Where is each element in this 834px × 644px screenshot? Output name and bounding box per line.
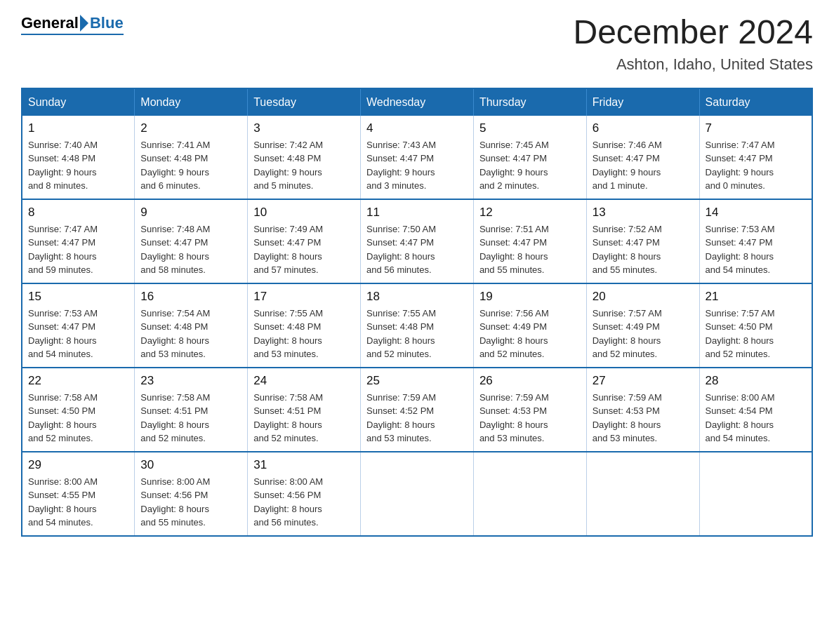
calendar-cell: 16Sunrise: 7:54 AMSunset: 4:48 PMDayligh… xyxy=(135,283,248,368)
header-saturday: Saturday xyxy=(699,88,812,116)
day-number: 10 xyxy=(253,206,355,220)
day-number: 11 xyxy=(366,206,468,220)
day-info: Sunrise: 7:55 AMSunset: 4:48 PMDaylight:… xyxy=(253,307,355,361)
calendar-cell xyxy=(473,452,586,536)
calendar-cell: 11Sunrise: 7:50 AMSunset: 4:47 PMDayligh… xyxy=(361,199,474,283)
day-number: 21 xyxy=(706,290,806,304)
day-info: Sunrise: 7:47 AMSunset: 4:47 PMDaylight:… xyxy=(706,138,806,193)
header-friday: Friday xyxy=(586,88,699,116)
calendar-cell: 3Sunrise: 7:42 AMSunset: 4:48 PMDaylight… xyxy=(248,116,361,199)
day-number: 14 xyxy=(706,206,806,220)
calendar-cell: 2Sunrise: 7:41 AMSunset: 4:48 PMDaylight… xyxy=(135,116,248,199)
day-info: Sunrise: 7:41 AMSunset: 4:48 PMDaylight:… xyxy=(140,138,241,193)
day-info: Sunrise: 7:46 AMSunset: 4:47 PMDaylight:… xyxy=(593,138,694,193)
day-info: Sunrise: 7:53 AMSunset: 4:47 PMDaylight:… xyxy=(28,307,128,361)
calendar-cell xyxy=(361,452,474,536)
calendar-cell: 24Sunrise: 7:58 AMSunset: 4:51 PMDayligh… xyxy=(248,368,361,452)
day-number: 7 xyxy=(706,121,806,135)
calendar-cell: 1Sunrise: 7:40 AMSunset: 4:48 PMDaylight… xyxy=(22,116,135,199)
day-info: Sunrise: 7:49 AMSunset: 4:47 PMDaylight:… xyxy=(253,222,355,277)
calendar-cell: 30Sunrise: 8:00 AMSunset: 4:56 PMDayligh… xyxy=(135,452,248,536)
day-info: Sunrise: 8:00 AMSunset: 4:56 PMDaylight:… xyxy=(253,475,355,530)
day-info: Sunrise: 8:00 AMSunset: 4:54 PMDaylight:… xyxy=(706,391,806,445)
calendar-cell: 17Sunrise: 7:55 AMSunset: 4:48 PMDayligh… xyxy=(248,283,361,368)
week-row-4: 22Sunrise: 7:58 AMSunset: 4:50 PMDayligh… xyxy=(22,368,812,452)
calendar-cell: 10Sunrise: 7:49 AMSunset: 4:47 PMDayligh… xyxy=(248,199,361,283)
day-info: Sunrise: 7:52 AMSunset: 4:47 PMDaylight:… xyxy=(593,222,694,277)
day-info: Sunrise: 7:43 AMSunset: 4:47 PMDaylight:… xyxy=(366,138,468,193)
calendar-cell: 23Sunrise: 7:58 AMSunset: 4:51 PMDayligh… xyxy=(135,368,248,452)
header-monday: Monday xyxy=(135,88,248,116)
day-number: 15 xyxy=(28,290,128,304)
day-number: 23 xyxy=(140,374,241,388)
day-info: Sunrise: 7:50 AMSunset: 4:47 PMDaylight:… xyxy=(366,222,468,277)
day-number: 2 xyxy=(140,121,241,135)
logo: General Blue xyxy=(21,14,124,35)
calendar-cell xyxy=(586,452,699,536)
calendar-cell: 12Sunrise: 7:51 AMSunset: 4:47 PMDayligh… xyxy=(473,199,586,283)
week-row-3: 15Sunrise: 7:53 AMSunset: 4:47 PMDayligh… xyxy=(22,283,812,368)
page-header: General Blue December 2024 Ashton, Idaho… xyxy=(21,14,813,74)
calendar-cell: 14Sunrise: 7:53 AMSunset: 4:47 PMDayligh… xyxy=(699,199,812,283)
day-number: 4 xyxy=(366,121,468,135)
day-info: Sunrise: 8:00 AMSunset: 4:56 PMDaylight:… xyxy=(140,475,241,530)
day-info: Sunrise: 7:48 AMSunset: 4:47 PMDaylight:… xyxy=(140,222,241,277)
day-info: Sunrise: 7:47 AMSunset: 4:47 PMDaylight:… xyxy=(28,222,128,277)
calendar-cell: 13Sunrise: 7:52 AMSunset: 4:47 PMDayligh… xyxy=(586,199,699,283)
calendar-cell: 18Sunrise: 7:55 AMSunset: 4:48 PMDayligh… xyxy=(361,283,474,368)
calendar-cell: 6Sunrise: 7:46 AMSunset: 4:47 PMDaylight… xyxy=(586,116,699,199)
calendar-header: SundayMondayTuesdayWednesdayThursdayFrid… xyxy=(22,88,812,116)
day-number: 6 xyxy=(593,121,694,135)
day-number: 1 xyxy=(28,121,128,135)
day-info: Sunrise: 7:57 AMSunset: 4:49 PMDaylight:… xyxy=(593,307,694,361)
day-number: 3 xyxy=(253,121,355,135)
logo-arrow-icon xyxy=(80,15,88,32)
day-info: Sunrise: 7:59 AMSunset: 4:53 PMDaylight:… xyxy=(479,391,581,445)
logo-text: General Blue xyxy=(21,14,124,32)
day-number: 12 xyxy=(479,206,581,220)
calendar-cell: 5Sunrise: 7:45 AMSunset: 4:47 PMDaylight… xyxy=(473,116,586,199)
day-number: 19 xyxy=(479,290,581,304)
day-info: Sunrise: 7:56 AMSunset: 4:49 PMDaylight:… xyxy=(479,307,581,361)
calendar-cell: 8Sunrise: 7:47 AMSunset: 4:47 PMDaylight… xyxy=(22,199,135,283)
day-number: 9 xyxy=(140,206,241,220)
day-info: Sunrise: 7:58 AMSunset: 4:50 PMDaylight:… xyxy=(28,391,128,445)
day-info: Sunrise: 7:55 AMSunset: 4:48 PMDaylight:… xyxy=(366,307,468,361)
calendar-cell: 21Sunrise: 7:57 AMSunset: 4:50 PMDayligh… xyxy=(699,283,812,368)
calendar-cell: 29Sunrise: 8:00 AMSunset: 4:55 PMDayligh… xyxy=(22,452,135,536)
calendar-cell: 25Sunrise: 7:59 AMSunset: 4:52 PMDayligh… xyxy=(361,368,474,452)
day-info: Sunrise: 7:58 AMSunset: 4:51 PMDaylight:… xyxy=(253,391,355,445)
day-number: 24 xyxy=(253,374,355,388)
calendar-cell: 31Sunrise: 8:00 AMSunset: 4:56 PMDayligh… xyxy=(248,452,361,536)
day-info: Sunrise: 8:00 AMSunset: 4:55 PMDaylight:… xyxy=(28,475,128,530)
day-number: 22 xyxy=(28,374,128,388)
header-tuesday: Tuesday xyxy=(248,88,361,116)
day-info: Sunrise: 7:51 AMSunset: 4:47 PMDaylight:… xyxy=(479,222,581,277)
day-number: 30 xyxy=(140,458,241,472)
day-number: 5 xyxy=(479,121,581,135)
day-number: 13 xyxy=(593,206,694,220)
calendar-body: 1Sunrise: 7:40 AMSunset: 4:48 PMDaylight… xyxy=(22,116,812,536)
day-info: Sunrise: 7:57 AMSunset: 4:50 PMDaylight:… xyxy=(706,307,806,361)
calendar-cell: 20Sunrise: 7:57 AMSunset: 4:49 PMDayligh… xyxy=(586,283,699,368)
calendar-cell: 9Sunrise: 7:48 AMSunset: 4:47 PMDaylight… xyxy=(135,199,248,283)
calendar-table: SundayMondayTuesdayWednesdayThursdayFrid… xyxy=(21,88,813,537)
calendar-cell: 28Sunrise: 8:00 AMSunset: 4:54 PMDayligh… xyxy=(699,368,812,452)
header-thursday: Thursday xyxy=(473,88,586,116)
logo-underline xyxy=(21,34,124,35)
calendar-cell: 19Sunrise: 7:56 AMSunset: 4:49 PMDayligh… xyxy=(473,283,586,368)
day-info: Sunrise: 7:53 AMSunset: 4:47 PMDaylight:… xyxy=(706,222,806,277)
calendar-cell: 22Sunrise: 7:58 AMSunset: 4:50 PMDayligh… xyxy=(22,368,135,452)
calendar-cell: 4Sunrise: 7:43 AMSunset: 4:47 PMDaylight… xyxy=(361,116,474,199)
day-number: 18 xyxy=(366,290,468,304)
day-number: 28 xyxy=(706,374,806,388)
day-info: Sunrise: 7:42 AMSunset: 4:48 PMDaylight:… xyxy=(253,138,355,193)
day-number: 26 xyxy=(479,374,581,388)
calendar-cell xyxy=(699,452,812,536)
day-number: 20 xyxy=(593,290,694,304)
header-wednesday: Wednesday xyxy=(361,88,474,116)
month-title: December 2024 xyxy=(573,14,813,51)
day-info: Sunrise: 7:54 AMSunset: 4:48 PMDaylight:… xyxy=(140,307,241,361)
day-number: 17 xyxy=(253,290,355,304)
logo-general-text: General xyxy=(21,14,79,32)
